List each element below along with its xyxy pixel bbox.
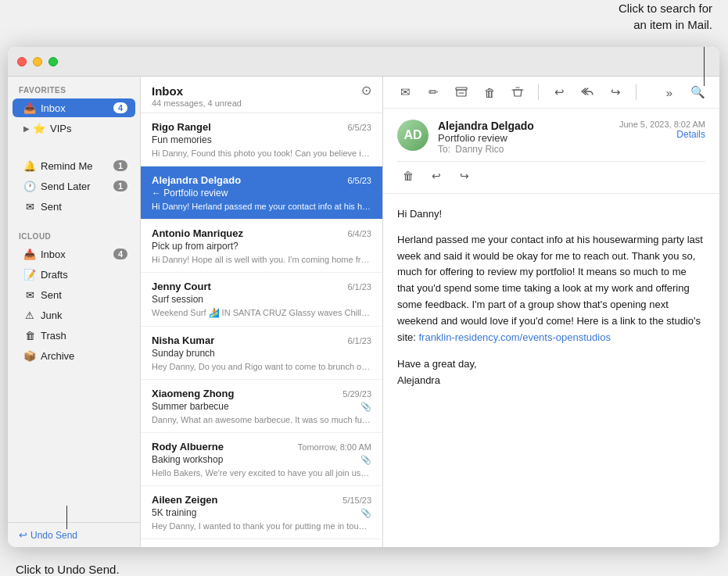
message-date: 6/4/23 xyxy=(347,229,371,238)
message-date: 6/1/23 xyxy=(347,282,371,292)
message-subject-row: Baking workshop 📎 xyxy=(152,454,371,467)
reply-all-icon xyxy=(580,87,594,98)
annotation-top-right: Click to search for an item in Mail. xyxy=(619,0,712,33)
sidebar-item-icloud-archive[interactable]: 📦 Archive xyxy=(13,346,135,365)
annotation-line-vertical xyxy=(704,47,705,86)
toolbar-separator-1 xyxy=(538,84,539,100)
message-subject: Fun memories xyxy=(152,134,212,145)
junk-detail-button[interactable] xyxy=(507,81,529,103)
message-row: Xiaomeng Zhong 5/29/23 xyxy=(152,388,371,399)
sidebar-item-icloud-sent[interactable]: ✉ Sent xyxy=(13,285,135,304)
message-sender: Rody Albuerne xyxy=(152,441,224,453)
content-area: Favorites 📥 Inbox 4 ▶ ⭐ VIPs 🔔 Remind Me… xyxy=(8,77,719,547)
message-item[interactable]: Nisha Kumar 6/1/23 Sunday brunch Hey Dan… xyxy=(141,327,382,380)
messages-container: Rigo Rangel 6/5/23 Fun memories Hi Danny… xyxy=(141,113,382,547)
sender-info: Alejandra Delgado Portfolio review To: D… xyxy=(438,120,610,155)
sidebar-item-icloud-trash[interactable]: 🗑 Trash xyxy=(13,326,135,345)
message-list: Inbox 44 messages, 4 unread ⊙ Rigo Range… xyxy=(141,77,383,547)
sidebar-item-sent[interactable]: ✉ Sent xyxy=(13,197,135,216)
forward-button[interactable]: ↪ xyxy=(604,81,626,103)
sidebar-item-vips[interactable]: ▶ ⭐ VIPs xyxy=(13,119,135,138)
message-item[interactable]: Trev Smith 5/11/23 Illustration referenc… xyxy=(141,539,382,547)
message-detail: ✉ ✏ 🗑 ↩ xyxy=(383,77,719,547)
favorites-label: Favorites xyxy=(8,77,140,98)
message-preview: Hi Danny! Herland passed me your contact… xyxy=(152,202,371,211)
detail-subject: Portfolio review xyxy=(438,132,610,144)
details-link[interactable]: Details xyxy=(619,129,705,140)
detail-reply-button[interactable]: ↩ xyxy=(425,166,447,185)
message-icons: 📎 xyxy=(360,402,371,412)
drafts-icon: 📝 xyxy=(23,268,36,281)
sidebar-item-icloud-drafts[interactable]: 📝 Drafts xyxy=(13,265,135,284)
detail-forward-button[interactable]: ↪ xyxy=(454,166,475,185)
archive-button[interactable] xyxy=(450,81,472,103)
body-link[interactable]: franklin-residency.com/events-openstudio… xyxy=(418,331,610,343)
remind-me-icon: 🔔 xyxy=(23,159,36,172)
more-button[interactable]: » xyxy=(658,81,680,103)
sidebar-item-remind-me[interactable]: 🔔 Remind Me 1 xyxy=(13,156,135,175)
sender-name: Alejandra Delgado xyxy=(438,120,610,132)
attachment-icon: 📎 xyxy=(360,402,371,412)
detail-toolbar: ✉ ✏ 🗑 ↩ xyxy=(383,77,719,109)
search-button[interactable]: 🔍 xyxy=(687,81,708,103)
icloud-sent-icon: ✉ xyxy=(23,288,36,301)
detail-header: AD Alejandra Delgado Portfolio review To… xyxy=(383,109,719,194)
archive-icon: 📦 xyxy=(23,349,36,362)
message-subject: Sunday brunch xyxy=(152,348,215,359)
message-date: 5/29/23 xyxy=(342,389,371,399)
message-preview: Hey Danny, I wanted to thank you for put… xyxy=(152,521,371,531)
message-item[interactable]: Alejandra Delgado 6/5/23 ← Portfolio rev… xyxy=(141,166,382,220)
reply-button[interactable]: ↩ xyxy=(548,81,570,103)
message-row: Antonio Manriquez 6/4/23 xyxy=(152,227,371,239)
new-message-button[interactable]: ✉ xyxy=(394,81,416,103)
undo-send-button[interactable]: ↩ Undo Send xyxy=(19,529,129,541)
message-item[interactable]: Aileen Zeigen 5/15/23 5K training 📎 Hey … xyxy=(141,486,382,539)
inbox-icon: 📥 xyxy=(23,102,36,114)
sidebar-item-send-later[interactable]: 🕐 Send Later 1 xyxy=(13,177,135,195)
message-list-header: Inbox 44 messages, 4 unread ⊙ xyxy=(141,77,382,113)
message-date: 5/15/23 xyxy=(342,496,371,505)
traffic-lights xyxy=(17,57,58,66)
message-item[interactable]: Antonio Manriquez 6/4/23 Pick up from ai… xyxy=(141,220,382,273)
maximize-button[interactable] xyxy=(48,57,58,66)
annotation-bottom-left: Click to Undo Send. xyxy=(16,563,120,576)
undo-send-icon: ↩ xyxy=(19,529,27,541)
detail-body: Hi Danny! Herland passed me your contact… xyxy=(383,194,719,547)
icloud-label: iCloud xyxy=(8,223,140,244)
archive-icon xyxy=(455,86,468,98)
trash-detail-button[interactable]: 🗑 xyxy=(479,81,500,103)
attachment-icon: 📎 xyxy=(360,455,371,465)
minimize-button[interactable] xyxy=(33,57,42,66)
sidebar: Favorites 📥 Inbox 4 ▶ ⭐ VIPs 🔔 Remind Me… xyxy=(8,77,141,547)
icloud-inbox-icon: 📥 xyxy=(23,248,36,260)
message-item[interactable]: Jenny Court 6/1/23 Surf session Weekend … xyxy=(141,273,382,327)
message-item[interactable]: Rody Albuerne Tomorrow, 8:00 AM Baking w… xyxy=(141,433,382,486)
mail-window: Favorites 📥 Inbox 4 ▶ ⭐ VIPs 🔔 Remind Me… xyxy=(8,47,719,547)
detail-to: To: Danny Rico xyxy=(438,144,610,155)
compose-button[interactable]: ✏ xyxy=(422,81,444,103)
sidebar-item-icloud-inbox[interactable]: 📥 Inbox 4 xyxy=(13,245,135,263)
message-sender: Nisha Kumar xyxy=(152,335,214,346)
reply-indicator: ← xyxy=(152,188,163,199)
filter-button[interactable]: ⊙ xyxy=(361,83,371,98)
sent-icon: ✉ xyxy=(23,200,36,213)
message-preview: Hello Bakers, We're very excited to have… xyxy=(152,468,371,478)
message-subject-row: Summer barbecue 📎 xyxy=(152,401,371,413)
message-icons: 📎 xyxy=(360,508,371,518)
message-row: Alejandra Delgado 6/5/23 xyxy=(152,174,371,186)
message-item[interactable]: Xiaomeng Zhong 5/29/23 Summer barbecue 📎… xyxy=(141,380,382,433)
message-date: 6/5/23 xyxy=(347,176,371,185)
message-preview: Hey Danny, Do you and Rigo want to come … xyxy=(152,362,371,371)
sidebar-item-icloud-junk[interactable]: ⚠ Junk xyxy=(13,306,135,324)
message-item[interactable]: Rigo Rangel 6/5/23 Fun memories Hi Danny… xyxy=(141,113,382,166)
trash-icon: 🗑 xyxy=(23,329,36,342)
close-button[interactable] xyxy=(17,57,27,66)
message-preview: Danny, What an awesome barbecue. It was … xyxy=(152,415,371,424)
message-subject: 5K training xyxy=(152,507,196,518)
reply-all-button[interactable] xyxy=(576,81,598,103)
detail-trash-button[interactable]: 🗑 xyxy=(397,166,419,185)
message-subject-row: Pick up from airport? xyxy=(152,241,371,253)
junk-icon: ⚠ xyxy=(23,309,36,321)
sidebar-item-inbox[interactable]: 📥 Inbox 4 xyxy=(13,98,135,117)
body-greeting: Hi Danny! xyxy=(397,206,705,223)
